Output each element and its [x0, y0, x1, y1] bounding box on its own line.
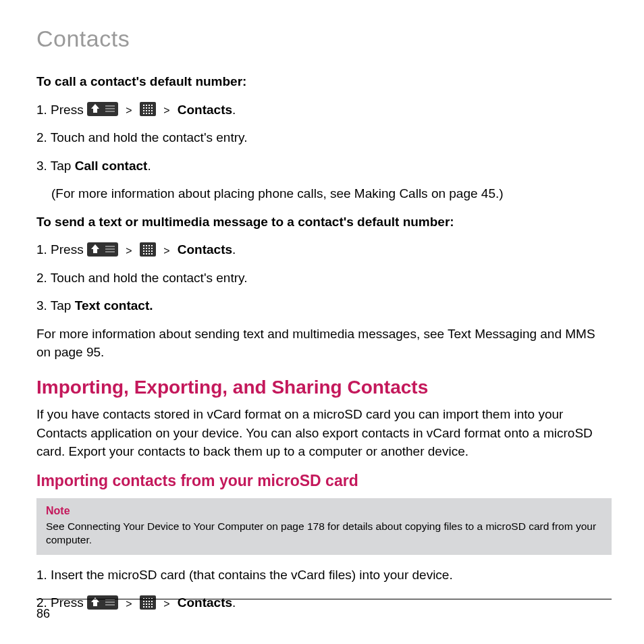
- step-prefix: 1. Press: [36, 103, 87, 117]
- step-3-text: 3. Tap Text contact.: [36, 296, 612, 315]
- subheading-import-microsd: Importing contacts from your microSD car…: [36, 472, 612, 490]
- contacts-label: Contacts: [178, 595, 232, 610]
- contacts-label: Contacts: [178, 103, 232, 117]
- apps-grid-icon: [140, 595, 156, 610]
- period: .: [232, 595, 236, 610]
- step-prefix: 1. Press: [36, 242, 87, 257]
- footer-rule: [36, 599, 612, 599]
- step-3-note: (For more information about placing phon…: [36, 184, 612, 203]
- step-1-text: 1. Press > > Contacts.: [36, 240, 612, 259]
- import-step-2: 2. Press > > Contacts.: [36, 593, 612, 612]
- note-body: See Connecting Your Device to Your Compu…: [46, 520, 602, 547]
- period: .: [147, 159, 151, 173]
- procedure-title-text: To send a text or multimedia message to …: [36, 213, 612, 232]
- home-icon: [87, 102, 118, 116]
- note-box: Note See Connecting Your Device to Your …: [36, 498, 612, 555]
- section-heading-import-export: Importing, Exporting, and Sharing Contac…: [36, 377, 612, 398]
- breadcrumb-separator: >: [163, 243, 169, 259]
- step-1-call: 1. Press > > Contacts.: [36, 101, 612, 119]
- breadcrumb-separator: >: [163, 103, 169, 118]
- step-prefix: 3. Tap: [36, 298, 75, 313]
- note-title: Note: [46, 505, 602, 517]
- period: .: [232, 103, 236, 117]
- step-prefix: 3. Tap: [36, 159, 75, 173]
- home-icon: [87, 595, 118, 610]
- contacts-label: Contacts: [178, 242, 232, 257]
- step-3-call: 3. Tap Call contact.: [36, 157, 612, 176]
- call-contact-label: Call contact: [75, 159, 148, 173]
- chapter-title: Contacts: [36, 26, 612, 52]
- text-contact-label: Text contact.: [75, 298, 153, 313]
- period: .: [232, 242, 236, 257]
- breadcrumb-separator: >: [126, 243, 132, 259]
- section-paragraph: If you have contacts stored in vCard for…: [36, 405, 612, 461]
- breadcrumb-separator: >: [126, 103, 132, 118]
- page-number: 86: [36, 607, 50, 621]
- home-icon: [87, 242, 118, 257]
- procedure-title-call: To call a contact's default number:: [36, 72, 612, 91]
- step-2-call: 2. Touch and hold the contact's entry.: [36, 128, 612, 147]
- manual-page: Contacts To call a contact's default num…: [0, 0, 644, 612]
- apps-grid-icon: [140, 102, 156, 116]
- info-paragraph: For more information about sending text …: [36, 325, 612, 362]
- apps-grid-icon: [140, 242, 156, 257]
- import-step-1: 1. Insert the microSD card (that contain…: [36, 566, 612, 585]
- step-2-text: 2. Touch and hold the contact's entry.: [36, 269, 612, 288]
